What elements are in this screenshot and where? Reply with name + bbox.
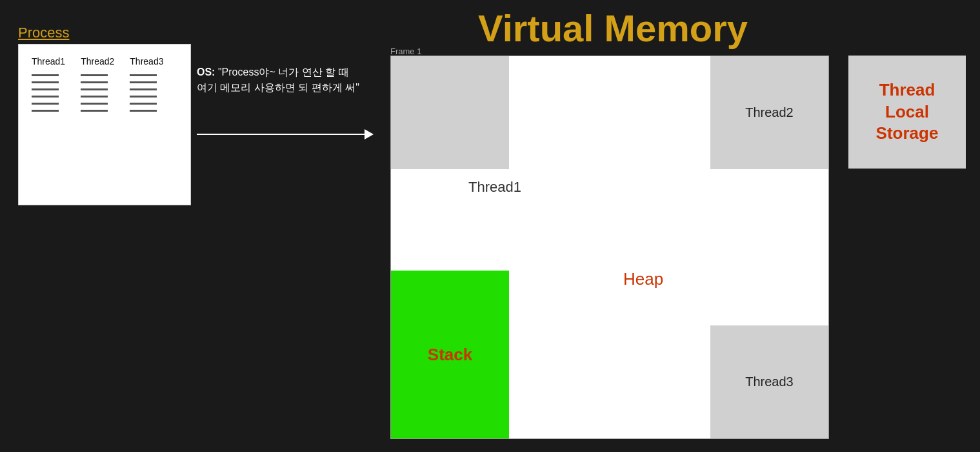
arrow-line (197, 134, 365, 135)
arrow-head (365, 129, 374, 139)
vm-thread2-label: Thread2 (745, 105, 794, 120)
thread1-line1 (32, 74, 59, 76)
page-title: Virtual Memory (387, 6, 839, 50)
thread1-line6 (32, 110, 59, 112)
thread3-column: Thread3 (130, 56, 163, 193)
os-message-text: "Process야~ 너가 연산 할 때여기 메모리 사용하면 되 편하게 써" (197, 67, 359, 93)
os-arrow (197, 129, 374, 139)
vm-top-left-region (391, 56, 509, 169)
thread1-line2 (32, 81, 59, 83)
thread2-line4 (81, 96, 108, 98)
tls-box: ThreadLocalStorage (848, 56, 966, 169)
thread3-line5 (130, 103, 157, 105)
thread2-line2 (81, 81, 108, 83)
process-box: Thread1 Thread2 Thread3 (18, 44, 191, 205)
thread2-line1 (81, 74, 108, 76)
thread3-line2 (130, 81, 157, 83)
tls-label: ThreadLocalStorage (876, 79, 939, 145)
vm-heap-label: Heap (623, 269, 663, 289)
thread3-line6 (130, 110, 157, 112)
thread2-column: Thread2 (81, 56, 114, 193)
thread3-line3 (130, 88, 157, 90)
thread2-line6 (81, 110, 108, 112)
os-message: OS: "Process야~ 너가 연산 할 때여기 메모리 사용하면 되 편하… (197, 65, 359, 96)
thread3-line1 (130, 74, 157, 76)
vm-stack-block: Stack (391, 271, 509, 438)
thread2-line3 (81, 88, 108, 90)
thread3-header: Thread3 (130, 56, 163, 67)
frame-label: Frame 1 (390, 46, 421, 56)
os-label: OS: (197, 67, 215, 77)
thread2-header: Thread2 (81, 56, 114, 67)
thread2-line5 (81, 103, 108, 105)
virtual-memory-box: Thread2 Thread1 Heap Stack Thread3 (390, 56, 829, 439)
thread1-line3 (32, 88, 59, 90)
vm-thread2-region: Thread2 (710, 56, 828, 169)
thread1-header: Thread1 (32, 56, 65, 67)
vm-stack-label: Stack (428, 345, 472, 365)
thread1-column: Thread1 (32, 56, 65, 193)
vm-thread1-label: Thread1 (468, 179, 521, 196)
thread3-line4 (130, 96, 157, 98)
vm-thread3-label: Thread3 (745, 375, 794, 389)
vm-thread3-region: Thread3 (710, 325, 828, 438)
process-label: Process (18, 25, 69, 41)
thread1-line4 (32, 96, 59, 98)
thread1-line5 (32, 103, 59, 105)
